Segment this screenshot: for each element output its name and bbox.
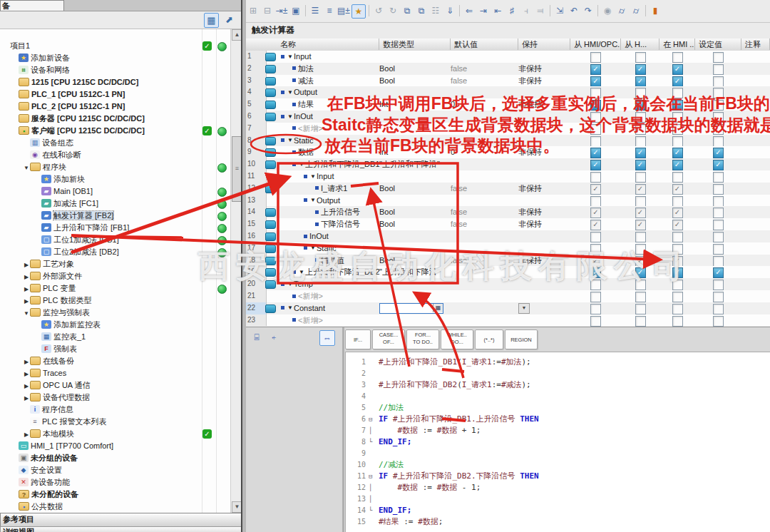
retain-cell[interactable]: 非保持 <box>518 255 570 267</box>
insert-row-icon[interactable]: ⊞ <box>247 4 260 17</box>
comment-cell[interactable] <box>741 123 770 135</box>
checkbox[interactable]: ✓ <box>672 76 683 87</box>
table-row[interactable]: 6▼InOut <box>246 111 770 123</box>
chevron-right-icon[interactable]: ▶ <box>23 283 30 295</box>
data-type-cell[interactable] <box>379 242 451 255</box>
checkbox[interactable] <box>635 88 646 98</box>
member-name-cell[interactable]: ▼上升沿和下降沿_DB1 <box>277 158 395 170</box>
member-name-cell[interactable]: <新增> <box>277 123 395 135</box>
default-value-cell[interactable]: false <box>451 206 518 218</box>
insert-network-icon[interactable]: ⍅ <box>267 332 280 343</box>
tree-item[interactable]: ▶OPC UA 通信 <box>0 379 241 392</box>
table-row[interactable]: 12I_请求1Boolfalse非保持✓✓✓ <box>246 183 770 195</box>
checkbox[interactable]: ✓ <box>635 64 646 75</box>
default-value-cell[interactable] <box>451 290 518 302</box>
code-line[interactable]: 10//减法 <box>346 459 770 471</box>
checkbox[interactable] <box>672 196 683 207</box>
tree-item[interactable]: ▼程序块 <box>0 161 241 173</box>
data-type-cell[interactable] <box>379 290 451 302</box>
checkbox[interactable] <box>590 196 601 207</box>
undo-icon[interactable]: ↶ <box>568 4 580 17</box>
retain-cell[interactable]: 非保持 <box>518 98 570 111</box>
statement-tab[interactable]: IF... <box>345 329 371 349</box>
tree-item[interactable]: ▰Main [OB1] <box>0 185 241 198</box>
statement-tab[interactable]: CASE... OF... <box>372 329 405 349</box>
checkbox[interactable] <box>635 304 646 314</box>
comment-cell[interactable] <box>741 158 770 170</box>
table-row[interactable]: 9数据Int0非保持✓✓✓✓ <box>246 146 770 159</box>
member-name-cell[interactable]: ▼InOut <box>277 111 384 123</box>
code-line[interactable]: 2 <box>346 368 770 379</box>
checkbox[interactable] <box>713 76 724 87</box>
chevron-down-icon[interactable]: ▼ <box>287 302 294 314</box>
checkbox[interactable]: ✓ <box>672 160 683 170</box>
column-header[interactable]: 从 HMI/OPC.. <box>570 39 621 50</box>
retain-cell[interactable]: 非保持 <box>518 146 570 158</box>
checkbox[interactable] <box>713 64 724 75</box>
tree-item[interactable]: ▰触发计算器 [FB2] <box>0 210 241 222</box>
default-value-cell[interactable] <box>451 278 518 290</box>
lead-in-icon[interactable]: ⇐ <box>463 4 476 17</box>
checkbox[interactable]: ✓ <box>672 184 683 195</box>
absolute-operands-icon[interactable]: ⫞ <box>520 4 533 17</box>
comment-cell[interactable] <box>741 63 770 75</box>
table-row[interactable]: 16InOut <box>246 230 770 243</box>
member-name-cell[interactable]: ▼Output <box>277 86 384 98</box>
code-line[interactable]: 6⊟IF #上升沿和下降沿_DB1.上升沿信号 THEN <box>346 414 770 425</box>
table-row[interactable]: 11▼Input <box>246 170 770 183</box>
tree-item[interactable]: ★添加新监控表 <box>0 319 241 331</box>
chevron-down-icon[interactable]: ▼ <box>23 307 30 319</box>
retain-cell[interactable]: 非保持 <box>518 63 570 75</box>
member-name-cell[interactable]: 加法 <box>277 63 395 75</box>
table-row[interactable]: 5结果Int0非保持✓✓✓ <box>246 98 770 111</box>
expand-all-icon[interactable]: ☰ <box>309 4 322 17</box>
redo-icon[interactable]: ↷ <box>582 4 595 17</box>
default-value-cell[interactable] <box>451 135 518 147</box>
comment-cell[interactable] <box>741 230 770 242</box>
tree-item[interactable]: ?未分配的设备 <box>0 488 241 501</box>
checkbox[interactable]: ✓ <box>590 208 601 218</box>
retain-cell[interactable] <box>518 111 570 123</box>
checkbox[interactable] <box>713 304 724 314</box>
add-row-icon[interactable]: ⊟ <box>261 4 274 17</box>
table-row[interactable]: 21<新增> <box>246 290 770 303</box>
data-type-cell[interactable] <box>379 314 451 327</box>
reset-start-values-icon[interactable]: ↺ <box>372 4 385 17</box>
checkbox[interactable] <box>635 136 646 147</box>
checkbox[interactable]: ✓ <box>590 76 601 87</box>
comment-cell[interactable] <box>741 146 770 158</box>
checkbox[interactable]: ✓ <box>713 267 724 278</box>
checkbox[interactable] <box>713 52 724 63</box>
checkbox[interactable] <box>590 304 601 314</box>
comment-cell[interactable] <box>741 170 770 183</box>
chevron-down-icon[interactable]: ▼ <box>309 242 317 255</box>
scl-code-editor[interactable]: 1#上升沿和下降沿_DB1(I_请求1:=#加法);23#上升沿和下降沿_DB2… <box>345 352 770 532</box>
grid-view-icon[interactable]: ▦ <box>204 13 219 28</box>
table-row[interactable]: 8▼Static <box>246 135 770 148</box>
checkbox[interactable] <box>635 172 646 183</box>
retain-cell[interactable] <box>518 230 570 242</box>
checkbox[interactable] <box>713 88 724 98</box>
tree-item[interactable]: ◉在线和诊断 <box>0 149 241 161</box>
comment-cell[interactable] <box>741 183 770 195</box>
checkbox[interactable] <box>713 100 724 111</box>
chevron-down-icon[interactable]: ▼ <box>298 159 305 171</box>
data-type-cell[interactable]: Int <box>379 98 451 111</box>
checkbox[interactable]: ✓ <box>590 64 601 75</box>
data-type-cell[interactable]: "上升沿和下降沿" <box>379 158 451 170</box>
checkbox[interactable] <box>713 280 724 290</box>
code-line[interactable]: 3#上升沿和下降沿_DB2(I_请求1:=#减法); <box>346 379 770 391</box>
table-row[interactable]: 14上升沿信号Boolfalse非保持✓✓✓ <box>246 206 770 219</box>
data-type-cell[interactable]: Bool <box>379 218 451 230</box>
checkbox[interactable]: ✓ <box>590 220 601 230</box>
member-name-cell[interactable]: ▼Static <box>277 135 384 147</box>
comment-cell[interactable] <box>741 290 770 302</box>
checkbox[interactable] <box>672 232 683 242</box>
checkbox[interactable] <box>672 112 683 123</box>
retain-cell[interactable] <box>518 314 570 327</box>
data-type-cell[interactable]: "上升沿和下降沿" <box>379 266 451 278</box>
tree-item[interactable]: ✕跨设备功能 <box>0 476 241 488</box>
renumber-icon[interactable]: ♯ <box>505 4 518 17</box>
download-icon[interactable]: ⇓ <box>443 4 456 17</box>
chevron-right-icon[interactable]: ▶ <box>23 429 30 441</box>
